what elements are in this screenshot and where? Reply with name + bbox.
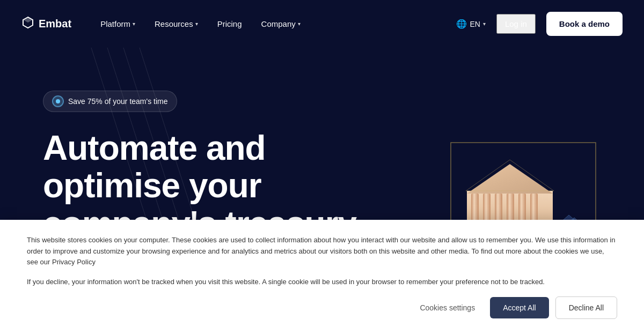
nav-company[interactable]: Company ▾ xyxy=(254,15,308,33)
nav-pricing-label: Pricing xyxy=(217,19,242,28)
accept-all-button[interactable]: Accept All xyxy=(490,297,548,318)
globe-icon: 🌐 xyxy=(456,19,467,29)
book-demo-button[interactable]: Book a demo xyxy=(546,12,623,36)
cookie-decline-text-content: If you decline, your information won't b… xyxy=(27,278,545,286)
language-selector[interactable]: 🌐 EN ▾ xyxy=(456,19,485,29)
badge-label: Save 75% of your team's time xyxy=(68,97,168,106)
hero-title-line1: Automate and xyxy=(43,129,266,167)
navbar: Embat Platform ▾ Resources ▾ Pricing Com… xyxy=(0,0,644,48)
cookies-settings-button[interactable]: Cookies settings xyxy=(411,298,484,317)
nav-platform-label: Platform xyxy=(100,19,130,28)
nav-resources[interactable]: Resources ▾ xyxy=(147,15,206,33)
nav-pricing[interactable]: Pricing xyxy=(210,15,250,33)
logo-text: Embat xyxy=(39,18,71,30)
logo[interactable]: Embat xyxy=(21,16,71,32)
cookie-banner: This website stores cookies on your comp… xyxy=(0,220,644,334)
hero-badge: Save 75% of your team's time xyxy=(43,91,177,112)
decline-all-button[interactable]: Decline All xyxy=(555,296,617,319)
hero-text-block: Save 75% of your team's time Automate an… xyxy=(43,80,365,242)
company-chevron-icon: ▾ xyxy=(298,21,301,27)
nav-platform[interactable]: Platform ▾ xyxy=(93,15,143,33)
nav-company-label: Company xyxy=(261,19,296,28)
lang-label: EN xyxy=(470,20,480,28)
platform-chevron-icon: ▾ xyxy=(133,21,135,27)
cookie-actions: Cookies settings Accept All Decline All xyxy=(27,296,617,319)
nav-right: 🌐 EN ▾ Log in Book a demo xyxy=(456,12,623,36)
logo-icon xyxy=(21,16,34,32)
nav-links: Platform ▾ Resources ▾ Pricing Company ▾ xyxy=(93,15,456,33)
nav-resources-label: Resources xyxy=(155,19,193,28)
badge-clock-icon xyxy=(52,95,64,107)
badge-icon-dot xyxy=(56,99,60,103)
cookie-main-text-content: This website stores cookies on your comp… xyxy=(27,236,615,266)
hero-title-line2: optimise your xyxy=(43,166,261,205)
cookie-main-text: This website stores cookies on your comp… xyxy=(27,235,617,268)
login-button[interactable]: Log in xyxy=(496,14,536,34)
cookie-decline-text: If you decline, your information won't b… xyxy=(27,277,617,288)
resources-chevron-icon: ▾ xyxy=(195,21,198,27)
lang-chevron-icon: ▾ xyxy=(483,21,486,27)
